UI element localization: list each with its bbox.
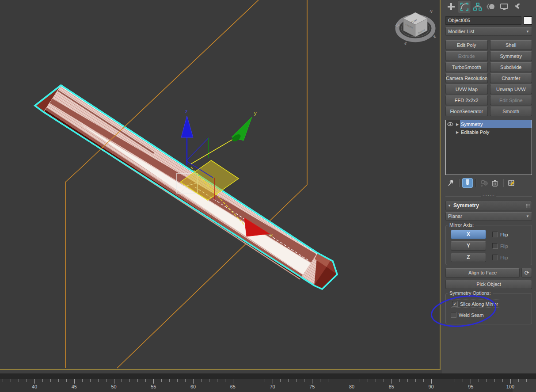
pick-object-button[interactable]: Pick Object <box>445 280 532 289</box>
timeline-minor-tick <box>217 379 217 382</box>
mirror-type-dropdown[interactable]: Planar ▼ <box>445 212 532 221</box>
command-panel: Object005 Modifier List ▼ Edit Poly Shel… <box>442 0 536 373</box>
object-color-swatch[interactable] <box>524 16 532 25</box>
gizmo-z-label: z <box>185 109 188 114</box>
tab-hierarchy[interactable] <box>471 0 484 13</box>
modifier-button-edit-spline: Edit Spline <box>490 95 532 105</box>
configure-modifier-sets-button[interactable] <box>506 178 517 188</box>
timeline-minor-tick <box>82 379 83 382</box>
stack-row-symmetry[interactable]: ▶ Symmetry <box>446 120 532 128</box>
timeline-minor-tick <box>209 379 209 382</box>
divider-grip-icon[interactable]: ······· <box>481 193 496 198</box>
show-end-result-button[interactable] <box>462 178 473 188</box>
timeline-minor-tick <box>328 379 328 382</box>
modifier-button-symmetry[interactable]: Symmetry <box>490 51 532 61</box>
modifier-button-uvw-map[interactable]: UVW Map <box>445 84 488 94</box>
viewcube[interactable]: TOP FRONT RIGHT W S E N <box>395 5 439 49</box>
timeline-minor-tick <box>423 379 424 382</box>
modifier-button-floorgenerator[interactable]: FloorGenerator <box>445 107 488 116</box>
modifier-button-chamfer[interactable]: Chamfer <box>490 73 532 83</box>
flip-x-checkbox[interactable] <box>492 232 498 237</box>
timeline-minor-tick <box>265 379 265 382</box>
timeline-major-tick <box>74 379 75 384</box>
remove-modifier-button[interactable] <box>490 178 500 188</box>
timeline-minor-tick <box>137 379 138 382</box>
timeline-minor-tick <box>27 379 27 382</box>
modifier-button-shell[interactable]: Shell <box>490 40 532 50</box>
stack-item-symmetry[interactable]: Symmetry <box>460 120 532 128</box>
axis-z-button[interactable]: Z <box>451 253 486 262</box>
timeline-minor-tick <box>106 379 106 382</box>
modifier-button-edit-poly[interactable]: Edit Poly <box>445 40 488 50</box>
modifier-list-label: Modifier List <box>448 28 526 35</box>
tab-create[interactable] <box>445 0 458 13</box>
modifier-button-unwrap-uvw[interactable]: Unwrap UVW <box>490 84 532 94</box>
axis-row-z: Z Flip <box>448 253 529 262</box>
viewcube-north-label: N <box>429 9 433 14</box>
flip-align-button[interactable]: ⟳ <box>521 268 532 278</box>
timeline-major-tick <box>153 379 154 384</box>
modifier-button-camera-resolution[interactable]: Camera Resolution M <box>445 73 488 83</box>
expand-arrow-icon[interactable]: ▶ <box>455 122 460 126</box>
slice-along-mirror-checkbox[interactable]: ✓ <box>452 301 458 307</box>
align-row: Align to Face ⟳ <box>445 268 532 278</box>
flip-y-checkbox <box>492 243 498 249</box>
modifier-button-subdivide[interactable]: Subdivide <box>490 62 532 72</box>
timeline-minor-tick <box>58 379 59 382</box>
gizmo-y-axis[interactable] <box>191 137 237 164</box>
tab-display[interactable] <box>498 0 511 13</box>
rollout-collapse-icon[interactable]: ▼ <box>448 204 451 208</box>
modifier-button-ffd-2x2x2[interactable]: FFD 2x2x2 <box>445 95 488 105</box>
timeline-major-tick <box>193 379 194 384</box>
timeline-major-tick <box>392 379 392 384</box>
modifier-button-turbosmooth[interactable]: TurboSmooth <box>445 62 488 72</box>
toolbar-separator <box>475 179 476 187</box>
tab-utilities[interactable] <box>511 0 524 13</box>
modifier-button-smooth[interactable]: Smooth <box>490 107 532 116</box>
track-bar[interactable] <box>0 373 536 379</box>
weld-seam-checkbox[interactable] <box>451 312 456 318</box>
test-tube-icon <box>465 179 470 186</box>
max-window: z y x TOP FRONT RIGHT <box>0 0 536 392</box>
visibility-eye-icon[interactable] <box>446 122 455 126</box>
timeline-minor-tick <box>455 379 455 382</box>
modify-icon <box>460 2 469 11</box>
modifier-list-dropdown[interactable]: Modifier List ▼ <box>445 27 532 36</box>
rollout-divider[interactable]: ······· <box>445 194 532 198</box>
timeline-minor-tick <box>50 379 51 382</box>
symmetry-rollout-header[interactable]: ▼ Symmetry <box>445 201 532 210</box>
align-to-face-button[interactable]: Align to Face <box>445 268 520 278</box>
toolbar-separator <box>459 179 460 187</box>
tab-modify[interactable] <box>458 0 471 13</box>
beam-lower-wall <box>45 107 303 277</box>
slice-along-mirror-label: Slice Along Mirror <box>460 301 498 307</box>
tab-motion[interactable] <box>484 0 498 13</box>
weld-seam-row: Weld Seam <box>451 312 529 318</box>
modifier-stack[interactable]: ▶ Symmetry ▶ Editable Poly <box>445 120 532 175</box>
timeline-frame-label: 60 <box>190 384 196 389</box>
timeline-minor-tick <box>526 379 527 382</box>
timeline-frame-label: 95 <box>468 384 473 389</box>
timeline-minor-tick <box>447 379 447 382</box>
viewport[interactable]: z y x TOP FRONT RIGHT <box>0 0 441 370</box>
stack-row-editable-poly[interactable]: ▶ Editable Poly <box>446 128 532 136</box>
timeline-major-tick <box>312 379 312 384</box>
flip-y-label: Flip <box>500 244 508 249</box>
gizmo-z-arrow[interactable] <box>181 116 193 137</box>
symmetry-options-label: Symmetry Options: <box>448 290 493 296</box>
timeline-minor-tick <box>122 379 122 382</box>
expand-arrow-icon[interactable]: ▶ <box>455 130 460 134</box>
axis-y-button[interactable]: Y <box>451 241 486 251</box>
object-name-field[interactable]: Object005 <box>445 16 521 25</box>
viewcube-east-label: E <box>433 34 437 39</box>
flip-z-label: Flip <box>500 255 508 260</box>
timeline[interactable]: 404550556065707580859095100 <box>0 373 536 392</box>
axis-x-button[interactable]: X <box>451 230 486 239</box>
rollout-grip-icon[interactable] <box>526 204 530 208</box>
flip-z-checkbox <box>492 255 498 260</box>
stack-item-editable-poly[interactable]: Editable Poly <box>460 128 532 136</box>
pin-stack-button[interactable] <box>445 178 456 188</box>
make-unique-icon <box>480 179 488 186</box>
timeline-frame-label: 90 <box>428 384 433 389</box>
timeline-minor-tick <box>249 379 249 382</box>
